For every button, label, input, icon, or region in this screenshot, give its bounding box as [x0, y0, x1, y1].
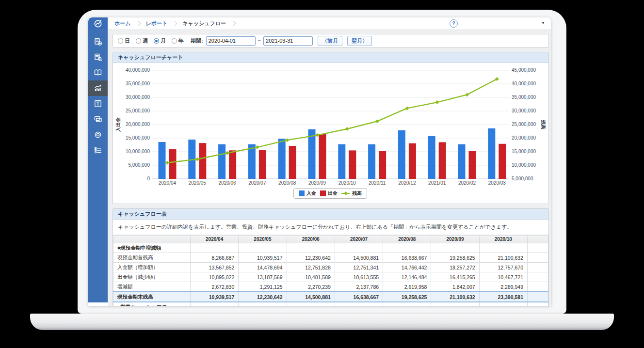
credit-cards-icon: [94, 115, 102, 124]
svg-text:15,000,000: 15,000,000: [512, 149, 536, 154]
row-label: ■現預金期中増減額: [113, 243, 191, 253]
svg-text:2020/09: 2020/09: [308, 180, 326, 186]
laptop-base: [30, 314, 614, 330]
radio-label: 週: [143, 37, 148, 45]
cell-value: 1,291,125: [239, 282, 287, 292]
stage: ホームレポートキャッシュフロー ? ▼ 日週月年 期間: ~ 〈前月 翌月〉 キ…: [0, 0, 644, 348]
breadcrumb-separator-icon: [173, 21, 177, 26]
date-to-input[interactable]: [263, 36, 313, 46]
prev-month-button[interactable]: 〈前月: [318, 36, 342, 46]
sidebar-item-report-chart[interactable]: [88, 80, 108, 96]
period-radio-月[interactable]: 月: [154, 37, 166, 45]
cell-value: 12,751,341: [335, 263, 383, 272]
chevron-down-icon[interactable]: ▼: [541, 21, 545, 25]
svg-text:0: 0: [147, 176, 150, 181]
row-label: 増減額: [113, 282, 191, 292]
cell-value: 21,100,632: [431, 292, 479, 302]
report-chart-icon: [94, 84, 102, 93]
sidebar-item-journal-search[interactable]: [88, 49, 108, 65]
cell-value: 2,672,830: [191, 282, 239, 292]
svg-text:20,000,000: 20,000,000: [512, 135, 536, 141]
table-column-header: 2020/07: [335, 236, 383, 243]
legend-swatch-icon: [299, 190, 305, 196]
cashflow-chart-panel: キャッシュフローチャート 05,000,00010,000,00015,000,…: [113, 52, 549, 204]
date-from-input[interactable]: [206, 36, 256, 46]
radio-icon: [172, 38, 177, 44]
cell-value: 16,638,667: [335, 292, 383, 302]
row-label: ■営業キャッシュフロー: [113, 302, 191, 306]
cell-value: [287, 302, 335, 306]
cell-value: 18,257,272: [431, 263, 479, 272]
legend-swatch-icon: [320, 190, 326, 196]
cell-value: -10,467,721: [479, 272, 527, 282]
svg-text:5,000,000: 5,000,000: [512, 176, 533, 181]
help-icon[interactable]: ?: [450, 19, 458, 28]
svg-text:30,000,000: 30,000,000: [126, 95, 150, 100]
table-column-header: 2020/10: [479, 236, 527, 243]
svg-text:2020/03: 2020/03: [488, 180, 506, 186]
sidebar-item-settings-gear[interactable]: [88, 127, 108, 142]
svg-text:10,000,000: 10,000,000: [126, 149, 150, 154]
table-row: 入金額（増加額）13,567,85214,478,69412,751,82812…: [113, 263, 548, 272]
next-month-button[interactable]: 翌月〉: [347, 36, 372, 46]
svg-text:2020/02: 2020/02: [458, 180, 476, 186]
svg-text:25,000,000: 25,000,000: [512, 122, 536, 127]
cell-value: 13,567,852: [191, 263, 239, 272]
svg-text:35,000,000: 35,000,000: [126, 81, 150, 86]
svg-text:2020/08: 2020/08: [278, 180, 296, 186]
cell-value: 2,270,239: [287, 282, 335, 292]
breadcrumb-item[interactable]: レポート: [146, 20, 168, 27]
cell-value: 2,619,958: [383, 282, 431, 292]
radio-icon: [154, 38, 159, 44]
svg-text:15,000,000: 15,000,000: [126, 135, 150, 141]
cell-value: 14,500,881: [287, 292, 335, 302]
period-label: 期間:: [191, 37, 203, 45]
sidebar: [88, 29, 108, 302]
row-label: 入金額（増加額）: [113, 263, 191, 272]
table-column-header: 2020/09: [431, 236, 479, 243]
cell-value: 12,230,642: [287, 253, 335, 263]
cell-overflow: [528, 243, 548, 253]
cell-value: 16,638,667: [383, 253, 431, 263]
svg-text:35,000,000: 35,000,000: [512, 95, 536, 100]
sidebar-item-credit-cards[interactable]: [88, 111, 108, 127]
cell-value: -10,481,589: [287, 272, 335, 282]
cell-overflow: [528, 272, 548, 282]
journal-search-icon: [94, 53, 102, 62]
journal-add-icon: [94, 37, 102, 46]
sidebar-item-ledger-book[interactable]: [88, 65, 108, 80]
table-column-header: 2020/05: [239, 236, 287, 243]
cell-value: 10,939,517: [239, 253, 287, 263]
cell-overflow: [528, 282, 548, 292]
table-column-header: [528, 236, 548, 243]
cell-value: -13,187,569: [239, 272, 287, 282]
period-radio-group: 日週月年: [118, 37, 188, 45]
cell-value: 12,230,642: [239, 292, 287, 302]
cell-value: 19,258,625: [383, 292, 431, 302]
row-label: 出金額（減少額）: [113, 272, 191, 282]
table-panel-title: キャッシュフロー表: [113, 209, 548, 220]
period-radio-年[interactable]: 年: [172, 37, 184, 45]
cell-value: -12,146,484: [383, 272, 431, 282]
breadcrumb-separator-icon: [231, 21, 236, 26]
sidebar-item-trial-balance[interactable]: [88, 96, 108, 111]
table-column-header: 2020/08: [383, 236, 431, 243]
svg-text:2020/04: 2020/04: [159, 180, 177, 186]
brand-logo-icon[interactable]: [88, 17, 108, 29]
cell-value: [239, 243, 287, 253]
period-radio-週[interactable]: 週: [136, 37, 148, 45]
period-radio-日[interactable]: 日: [118, 37, 130, 45]
legend-item-出金: 出金: [320, 190, 338, 197]
cell-overflow: [528, 253, 548, 263]
breadcrumb-separator-icon: [136, 21, 141, 26]
table-column-header: 2020/04: [191, 236, 239, 243]
sidebar-item-journal-add[interactable]: [88, 34, 108, 49]
top-bar: ホームレポートキャッシュフロー ? ▼: [88, 17, 551, 30]
svg-text:2020/12: 2020/12: [398, 180, 416, 186]
breadcrumb-item[interactable]: キャッシュフロー: [182, 20, 226, 27]
breadcrumb-item[interactable]: ホーム: [114, 20, 131, 27]
radio-icon: [118, 38, 123, 44]
sidebar-item-task-list[interactable]: [88, 142, 108, 158]
cell-value: [287, 243, 335, 253]
svg-text:入出金: 入出金: [115, 117, 121, 132]
